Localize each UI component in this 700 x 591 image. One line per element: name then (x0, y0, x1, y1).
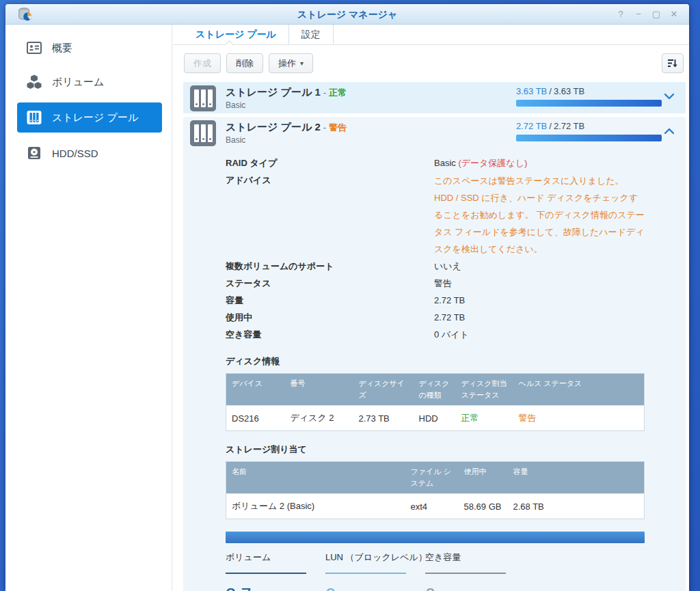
health-status-cell: 警告 (513, 406, 645, 431)
legend-rule (226, 573, 306, 574)
field-value: いいえ (434, 258, 645, 275)
pool-title: ストレージ プール 2-警告 (226, 121, 347, 134)
used-capacity: 3.63 TB (516, 86, 547, 96)
sidebar-item-storage-pool[interactable]: ストレージ プール (17, 102, 162, 133)
sidebar-item-label: ボリューム (52, 76, 104, 89)
total-capacity: 3.63 TB (554, 86, 584, 96)
summary-lun: LUN （ブロックレベル） 0 バイト (325, 551, 416, 591)
usage-progress-bar (516, 135, 662, 141)
sidebar-item-label: 概要 (52, 42, 72, 55)
usage-progress-bar (516, 100, 662, 107)
allocation-status-cell: 正常 (456, 406, 513, 431)
field-value: 警告 (434, 275, 645, 292)
pool-usage: 2.72 TB/2.72 TB (516, 121, 662, 141)
sidebar-item-label: HDD/SSD (52, 148, 98, 159)
raid-value: Basic (434, 158, 458, 168)
sidebar-item-volume[interactable]: ボリューム (17, 68, 162, 96)
pool-type: Basic (226, 100, 245, 110)
column-header: 使用中 (459, 462, 508, 494)
field-label: アドバイス (226, 172, 434, 258)
sidebar-item-overview[interactable]: 概要 (17, 34, 162, 61)
window-title: ストレージ マネージャ (5, 4, 689, 25)
disk-info-title: ディスク情報 (226, 355, 645, 368)
summary-volume: ボリューム 2.7 TB (226, 551, 316, 591)
summary-value: 0 (325, 585, 336, 591)
advice-text: このスペースは警告ステータスに入りました。 HDD / SSD に行き、ハード … (434, 172, 645, 258)
allocation-usage-bar (226, 532, 645, 543)
total-capacity: 2.72 TB (554, 121, 584, 131)
capacity-row: 容量 2.72 TB (226, 292, 645, 309)
pool-title: ストレージ プール 1-正常 (226, 86, 347, 99)
help-icon[interactable]: ? (615, 4, 626, 25)
legend-rule (325, 573, 406, 574)
delete-button[interactable]: 削除 (226, 53, 263, 73)
storage-pool-2-header[interactable]: ストレージ プール 2-警告 Basic 2.72 TB/2.72 TB (183, 117, 686, 151)
pool-status: 正常 (329, 87, 347, 98)
column-header: ディスクの種類 (414, 374, 456, 406)
caret-down-icon: ▾ (300, 59, 304, 67)
sidebar-item-label: ストレージ プール (52, 111, 138, 124)
used-cell: 58.69 GB (459, 494, 508, 519)
action-dropdown-button[interactable]: 操作 ▾ (269, 53, 313, 73)
used-row: 使用中 2.72 TB (226, 310, 645, 326)
create-button[interactable]: 作成 (184, 53, 221, 73)
storage-pool-2-card: ストレージ プール 2-警告 Basic 2.72 TB/2.72 TB (183, 117, 686, 591)
hdd-ssd-icon (26, 145, 42, 161)
storage-pool-list: ストレージ プール 1-正常 Basic 3.63 TB/3.63 TB (183, 82, 686, 591)
field-label: ステータス (226, 275, 434, 292)
table-row: ボリューム 2 (Basic) ext4 58.69 GB 2.68 TB (226, 494, 645, 519)
storage-pool-1-header[interactable]: ストレージ プール 1-正常 Basic 3.63 TB/3.63 TB (183, 82, 686, 116)
sort-icon (667, 58, 678, 69)
summary-value: 0 (425, 585, 435, 591)
sort-button[interactable] (662, 53, 684, 73)
volume-name-cell: ボリューム 2 (Basic) (226, 494, 405, 519)
maximize-icon[interactable]: ▢ (651, 4, 662, 25)
close-icon[interactable]: ✕ (669, 4, 679, 25)
summary-label: 空き容量 (425, 551, 515, 564)
disk-size-cell: 2.73 TB (353, 406, 414, 431)
column-header: ディスクサイズ (353, 374, 414, 406)
overview-icon (26, 40, 42, 56)
minimize-icon[interactable]: − (633, 4, 644, 25)
tab-bar: ストレージ プール 設定 (173, 25, 689, 45)
storage-manager-window: ストレージ マネージャ ? − ▢ ✕ 概要 (5, 4, 689, 591)
volume-icon (26, 74, 42, 90)
chevron-down-icon[interactable] (664, 93, 675, 100)
column-header: 番号 (285, 374, 353, 406)
allocation-summary: ボリューム 2.7 TB LUN （ブロックレベル） 0 (226, 551, 645, 591)
capacity-cell: 2.68 TB (508, 494, 645, 519)
storage-pool-icon (26, 109, 42, 126)
field-value: 0 バイト (434, 327, 645, 343)
summary-label: LUN （ブロックレベル） (325, 551, 416, 564)
disk-info-table: デバイス 番号 ディスクサイズ ディスクの種類 ディスク割当ステータス ヘルス … (226, 373, 645, 431)
tab-storage-pool[interactable]: ストレージ プール (183, 25, 289, 44)
used-capacity: 2.72 TB (516, 121, 547, 131)
field-label: 空き容量 (226, 327, 434, 343)
titlebar: ストレージ マネージャ ? − ▢ ✕ (5, 4, 689, 25)
column-header: 名前 (226, 462, 405, 494)
table-row: DS216 ディスク 2 2.73 TB HDD 正常 警告 (226, 406, 645, 431)
summary-label: ボリューム (226, 551, 316, 564)
status-row: ステータス 警告 (226, 275, 645, 292)
column-header: ディスク割当ステータス (456, 374, 513, 406)
pool-type: Basic (226, 135, 245, 145)
disk-number-cell: ディスク 2 (285, 406, 353, 431)
free-row: 空き容量 0 バイト (226, 327, 645, 343)
chevron-up-icon[interactable] (664, 128, 675, 135)
pool-status: 警告 (329, 122, 347, 133)
field-label: RAID タイプ (226, 155, 434, 171)
tab-settings[interactable]: 設定 (289, 25, 334, 44)
toolbar: 作成 削除 操作 ▾ (173, 45, 689, 81)
pool-name: ストレージ プール 1 (226, 86, 321, 98)
column-header: デバイス (226, 374, 285, 406)
device-cell: DS216 (226, 406, 285, 431)
raid-type-row: RAID タイプ Basic (データ保護なし) (226, 155, 645, 171)
filesystem-cell: ext4 (405, 494, 459, 519)
field-label: 容量 (226, 292, 434, 309)
pool-usage: 3.63 TB/3.63 TB (516, 86, 662, 107)
window-controls: ? − ▢ ✕ (615, 4, 679, 25)
sidebar-item-hdd-ssd[interactable]: HDD/SSD (17, 139, 162, 167)
pool-2-details: RAID タイプ Basic (データ保護なし) アドバイス このスペースは警告… (226, 155, 645, 591)
field-value: 2.72 TB (434, 310, 645, 326)
table-header-row: デバイス 番号 ディスクサイズ ディスクの種類 ディスク割当ステータス ヘルス … (226, 374, 645, 406)
